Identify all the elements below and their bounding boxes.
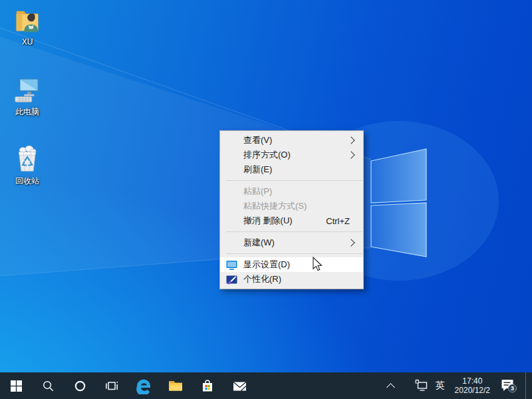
- windows-desktop: XU 此电脑: [0, 0, 532, 399]
- start-button[interactable]: [0, 372, 32, 399]
- task-view-button[interactable]: [96, 372, 128, 399]
- tray-expand-button[interactable]: [380, 372, 402, 399]
- taskbar: 英 17:40 2020/12/2 3: [0, 372, 532, 399]
- this-pc-icon: [12, 74, 43, 105]
- menu-item-label: 个性化(R): [243, 273, 281, 285]
- taskbar-buttons: [0, 372, 255, 399]
- menu-item-personalize[interactable]: 个性化(R): [220, 272, 363, 287]
- submenu-arrow-icon: [347, 239, 354, 246]
- submenu-arrow-icon: [347, 136, 354, 144]
- desktop-icon-label: XU: [5, 37, 49, 47]
- menu-separator: [226, 231, 362, 232]
- store-icon: [200, 378, 215, 393]
- cortana-icon: [74, 380, 86, 392]
- clock-tray-button[interactable]: 17:40 2020/12/2: [449, 372, 496, 399]
- network-tray-button[interactable]: [412, 372, 432, 399]
- menu-item-paste: 粘贴(P): [220, 184, 363, 199]
- search-button[interactable]: [32, 372, 64, 399]
- show-desktop-button[interactable]: [525, 372, 532, 399]
- user-folder-icon: [12, 5, 43, 36]
- menu-item-undo-delete[interactable]: 撤消 删除(U) Ctrl+Z: [220, 213, 363, 228]
- search-icon: [42, 380, 55, 392]
- input-language-indicator[interactable]: 英: [432, 372, 449, 399]
- chevron-up-icon: [386, 383, 395, 392]
- personalize-icon: [226, 274, 237, 285]
- ethernet-network-icon: [415, 379, 428, 392]
- system-tray: 英 17:40 2020/12/2 3: [380, 372, 532, 399]
- menu-item-label: 查看(V): [243, 134, 272, 146]
- file-explorer-button[interactable]: [160, 372, 192, 399]
- menu-item-shortcut: Ctrl+Z: [326, 216, 350, 226]
- action-center-button[interactable]: 3: [496, 372, 521, 399]
- menu-item-view[interactable]: 查看(V): [220, 133, 363, 148]
- menu-item-paste-shortcut: 粘贴快捷方式(S): [220, 199, 363, 213]
- windows-start-icon: [11, 380, 22, 392]
- menu-item-label: 显示设置(D): [243, 259, 290, 271]
- desktop-context-menu: 查看(V) 排序方式(O) 刷新(E) 粘贴(P) 粘贴快捷方式(S) 撤消 删…: [219, 130, 364, 289]
- menu-item-label: 撤消 删除(U): [243, 215, 293, 227]
- windows-logo-bottom-pane: [371, 203, 426, 257]
- menu-separator: [226, 180, 362, 181]
- menu-item-label: 刷新(E): [243, 164, 272, 176]
- desktop-wallpaper[interactable]: XU 此电脑: [0, 0, 532, 372]
- mail-icon: [232, 378, 247, 394]
- menu-item-label: 粘贴(P): [243, 186, 272, 198]
- menu-item-refresh[interactable]: 刷新(E): [220, 162, 363, 177]
- desktop-icon-this-pc[interactable]: 此电脑: [5, 74, 49, 118]
- edge-icon: [135, 377, 152, 394]
- cortana-button[interactable]: [64, 372, 96, 399]
- display-settings-icon: [226, 259, 237, 271]
- menu-item-label: 粘贴快捷方式(S): [243, 200, 307, 212]
- menu-item-new[interactable]: 新建(W): [220, 235, 363, 250]
- menu-item-display-settings[interactable]: 显示设置(D): [220, 257, 363, 272]
- menu-item-label: 排序方式(O): [243, 149, 291, 161]
- store-button[interactable]: [192, 372, 223, 399]
- menu-separator: [226, 253, 362, 254]
- submenu-arrow-icon: [347, 151, 354, 158]
- edge-button[interactable]: [128, 372, 160, 399]
- task-view-icon: [105, 379, 118, 392]
- tray-date: 2020/12/2: [455, 386, 490, 395]
- desktop-icon-label: 回收站: [5, 176, 49, 187]
- mail-button[interactable]: [223, 372, 255, 399]
- action-center-icon: 3: [501, 378, 517, 394]
- menu-item-label: 新建(W): [243, 237, 275, 249]
- desktop-icon-label: 此电脑: [5, 106, 49, 118]
- desktop-icon-recycle-bin[interactable]: 回收站: [5, 144, 49, 187]
- tray-time: 17:40: [455, 376, 490, 386]
- desktop-icon-user-folder[interactable]: XU: [5, 5, 49, 47]
- notification-count-badge: 3: [510, 384, 513, 392]
- menu-item-sort-by[interactable]: 排序方式(O): [220, 148, 363, 162]
- file-explorer-icon: [168, 378, 184, 394]
- recycle-bin-icon: [12, 144, 43, 174]
